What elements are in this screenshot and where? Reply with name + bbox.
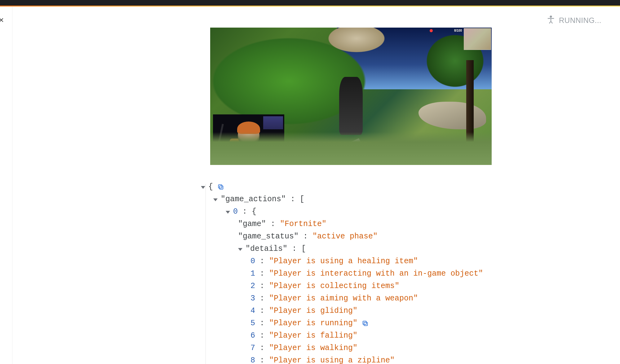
json-key-game-actions[interactable]: "game_actions" : [ [213,193,483,206]
brand-watermark-center: STARFORGE [335,151,367,162]
minimap [464,28,491,50]
players-remaining: 8/100 [454,29,462,32]
copy-icon[interactable] [362,320,369,327]
json-detail-row: 3 : "Player is aiming with a weapon" [250,292,483,305]
left-rail: × [0,7,12,364]
json-tree: { "game_actions" : [ 0 : { "game" : "For… [201,181,483,364]
json-root-open[interactable]: { [201,181,483,193]
health-shield-bars [221,156,285,162]
json-row-game: "game" : "Fortnite" [238,218,483,230]
json-row-game-status: "game_status" : "active phase" [238,230,483,243]
player-character [331,69,370,151]
json-array-item-0[interactable]: 0 : { [226,206,483,218]
run-status-label: RUNNING... [559,16,601,25]
svg-rect-1 [219,186,223,189]
caret-icon[interactable] [213,198,218,201]
json-detail-row: 5 : "Player is running" [250,317,483,330]
run-status: RUNNING... [547,15,601,26]
svg-point-0 [550,16,552,17]
copy-icon[interactable] [217,184,224,190]
svg-rect-2 [219,185,222,188]
streamer-webcam [213,114,284,155]
json-detail-row: 1 : "Player is interacting with an in-ga… [250,268,483,280]
svg-rect-3 [364,322,367,326]
window-top-bar [0,0,620,6]
brand-watermark-left: GAMER SUPPS [221,162,249,165]
json-detail-row: 6 : "Player is falling" [250,330,483,342]
accessibility-icon [547,15,555,26]
json-detail-row: 4 : "Player is gliding" [250,305,483,317]
game-screenshot: 8/100 STARFORGE GAMER SUP [210,28,492,165]
json-detail-row: 8 : "Player is using a zipline" [250,354,483,364]
inventory-slots [441,146,490,156]
json-detail-row: 2 : "Player is collecting items" [250,280,483,292]
svg-rect-4 [363,321,366,325]
caret-icon[interactable] [238,248,242,251]
json-detail-row: 0 : "Player is using a healing item" [250,255,483,268]
caret-icon[interactable] [226,211,230,214]
json-key-details[interactable]: "details" : [ [238,243,483,255]
json-detail-row: 7 : "Player is walking" [250,342,483,354]
close-icon[interactable]: × [0,16,4,24]
caret-icon[interactable] [201,186,205,189]
